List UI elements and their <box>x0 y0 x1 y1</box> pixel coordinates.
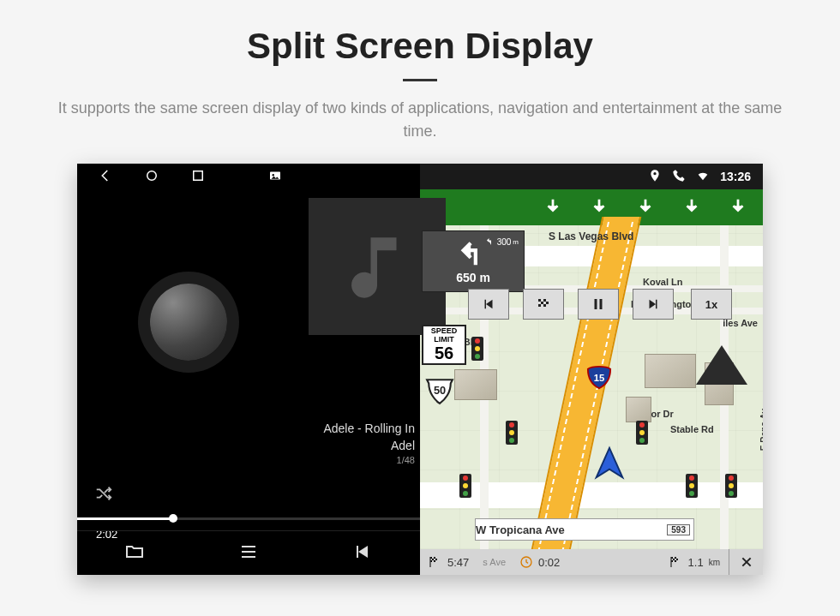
lane-arrow-icon <box>543 196 562 218</box>
street-label: E Reno Av <box>759 409 763 451</box>
wifi-icon <box>696 169 710 185</box>
footer-wait: 0:02 <box>538 556 560 569</box>
turn-distance: 650 m <box>456 271 490 284</box>
back-icon[interactable] <box>98 168 113 186</box>
svg-rect-24 <box>673 559 675 560</box>
svg-rect-16 <box>432 559 434 560</box>
overlay-pause-button[interactable] <box>578 289 619 320</box>
svg-rect-13 <box>600 299 603 309</box>
recents-icon[interactable] <box>190 168 206 186</box>
picture-icon <box>267 168 283 186</box>
next-turn-panel: 300 m 650 m <box>422 230 525 292</box>
svg-rect-15 <box>434 557 435 559</box>
navigation-pane: S Las Vegas Blvd Koval Ln Duke Ellington… <box>420 164 763 575</box>
svg-text:50: 50 <box>434 384 446 397</box>
street-label: Koval Ln <box>643 277 682 287</box>
lane-arrow-icon <box>729 196 747 218</box>
svg-rect-9 <box>546 302 549 304</box>
open-folder-button[interactable] <box>124 541 145 565</box>
overlay-next-button[interactable] <box>633 289 674 320</box>
previous-track-button[interactable] <box>352 541 373 565</box>
speed-limit-value: 56 <box>423 344 465 363</box>
playlist-button[interactable] <box>238 541 259 565</box>
status-bar: 13:26 <box>77 164 763 189</box>
current-position-icon <box>590 445 629 487</box>
route-shield: 50 <box>425 376 454 405</box>
footer-street-hint: s Ave <box>477 557 511 567</box>
device-frame: 13:26 Adele - Rolling In Adel 1/48 2:02 <box>77 164 763 575</box>
status-time: 13:26 <box>720 170 751 183</box>
speed-limit-label: SPEED LIMIT <box>423 326 465 344</box>
home-icon[interactable] <box>144 168 159 186</box>
interstate-shield: 15 <box>586 364 612 390</box>
current-street-bar: W Tropicana Ave 593 <box>475 518 694 541</box>
page-title: Split Screen Display <box>0 26 840 67</box>
svg-rect-12 <box>595 299 597 309</box>
joystick-control[interactable] <box>150 284 227 361</box>
lane-arrow-icon <box>590 196 609 218</box>
track-index: 1/48 <box>323 454 415 467</box>
turn-left-icon <box>459 238 488 271</box>
then-distance: 300 <box>497 237 512 247</box>
overlay-flag-button[interactable] <box>523 289 564 320</box>
shuffle-icon[interactable] <box>94 484 113 506</box>
svg-rect-23 <box>675 557 676 559</box>
street-label: S Las Vegas Blvd <box>549 230 633 242</box>
footer-distance: 1.1 <box>688 556 704 569</box>
street-label: Stable Rd <box>670 424 714 434</box>
svg-rect-1 <box>194 170 203 180</box>
current-street-name: W Tropicana Ave <box>476 523 565 536</box>
lane-arrow-icon <box>636 196 655 218</box>
svg-text:15: 15 <box>594 373 605 383</box>
lane-guidance-bar <box>420 189 763 225</box>
svg-rect-8 <box>541 302 543 304</box>
flag-icon <box>669 555 683 569</box>
playback-speed-button[interactable]: 1x <box>691 289 732 320</box>
svg-rect-6 <box>538 299 541 302</box>
track-artist: Adel <box>323 438 415 455</box>
footer-eta: 5:47 <box>447 556 469 569</box>
music-pane: Adele - Rolling In Adel 1/48 2:02 <box>77 164 420 575</box>
music-note-icon <box>339 228 416 305</box>
nav-footer: 5:47 s Ave 0:02 1.1 km <box>420 549 763 575</box>
svg-rect-27 <box>675 560 676 562</box>
track-title: Adele - Rolling In <box>323 421 415 438</box>
speed-limit-sign: SPEED LIMIT 56 <box>422 325 466 365</box>
street-number-badge: 593 <box>667 524 690 535</box>
progress-bar[interactable] <box>77 517 420 520</box>
svg-rect-7 <box>543 299 546 302</box>
phone-icon <box>672 169 686 185</box>
svg-rect-17 <box>435 559 437 560</box>
svg-rect-11 <box>543 304 546 307</box>
then-unit: m <box>513 238 519 246</box>
clock-icon <box>519 555 533 569</box>
flag-icon <box>429 555 442 569</box>
svg-point-0 <box>147 170 157 180</box>
lane-arrow-icon <box>682 196 701 218</box>
svg-point-3 <box>273 174 274 176</box>
svg-rect-19 <box>434 560 435 562</box>
svg-rect-10 <box>538 304 541 307</box>
svg-rect-25 <box>676 559 678 560</box>
title-divider <box>403 79 437 81</box>
footer-distance-unit: km <box>709 558 720 567</box>
page-subtitle: It supports the same screen display of t… <box>51 97 789 143</box>
overlay-prev-button[interactable] <box>468 289 509 320</box>
location-icon <box>648 169 662 185</box>
close-nav-button[interactable] <box>729 549 763 575</box>
